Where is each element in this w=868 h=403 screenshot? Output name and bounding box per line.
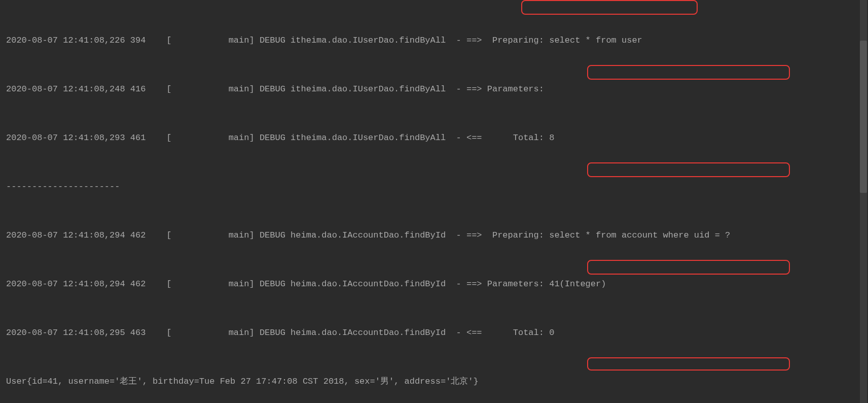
log-line: 2020-08-07 12:41:08,248 416 [ main] DEBU… xyxy=(6,81,862,97)
log-line: 2020-08-07 12:41:08,226 394 [ main] DEBU… xyxy=(6,32,862,49)
log-line: ---------------------- xyxy=(6,179,862,195)
log-line: User{id=41, username='老王', birthday=Tue … xyxy=(6,374,862,390)
log-line: 2020-08-07 12:41:08,295 463 [ main] DEBU… xyxy=(6,325,862,341)
log-line: 2020-08-07 12:41:08,293 461 [ main] DEBU… xyxy=(6,130,862,146)
vertical-scrollbar-thumb[interactable] xyxy=(860,41,867,193)
console-log-output: 2020-08-07 12:41:08,226 394 [ main] DEBU… xyxy=(0,0,868,403)
log-line: 2020-08-07 12:41:08,294 462 [ main] DEBU… xyxy=(6,276,862,292)
log-line: 2020-08-07 12:41:08,294 462 [ main] DEBU… xyxy=(6,227,862,244)
